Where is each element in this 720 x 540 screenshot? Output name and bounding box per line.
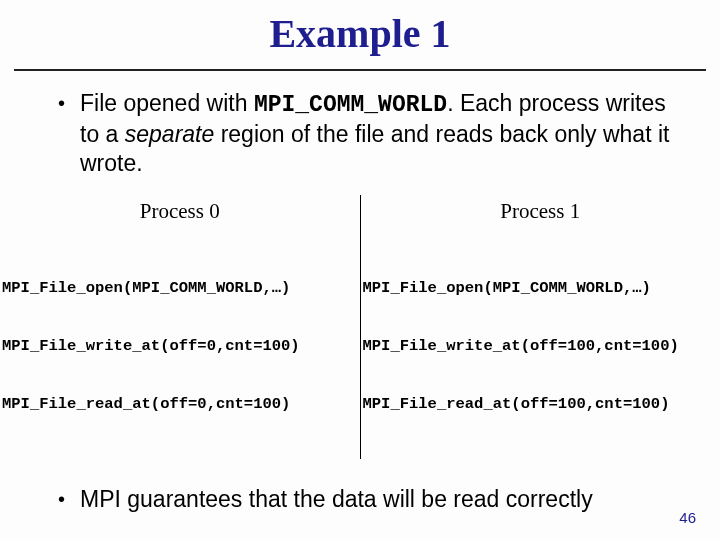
code-line: MPI_File_open(MPI_COMM_WORLD,…) — [363, 279, 719, 298]
bullet-block-2: • MPI guarantees that the data will be r… — [0, 485, 720, 514]
process-1-code: MPI_File_open(MPI_COMM_WORLD,…) MPI_File… — [363, 240, 719, 459]
bullet-1-code: MPI_COMM_WORLD — [254, 92, 447, 118]
bullet-1-text: File opened with MPI_COMM_WORLD. Each pr… — [80, 89, 678, 177]
bullet-1-italic: separate — [125, 121, 215, 147]
bullet-dot: • — [58, 89, 80, 177]
bullet-2-text: MPI guarantees that the data will be rea… — [80, 485, 593, 514]
code-line: MPI_File_write_at(off=0,cnt=100) — [2, 337, 358, 356]
code-line: MPI_File_open(MPI_COMM_WORLD,…) — [2, 279, 358, 298]
bullet-1-pre: File opened with — [80, 90, 254, 116]
code-line: MPI_File_read_at(off=0,cnt=100) — [2, 395, 358, 414]
code-line: MPI_File_read_at(off=100,cnt=100) — [363, 395, 719, 414]
page-number: 46 — [679, 509, 696, 526]
process-1-header: Process 1 — [363, 195, 719, 240]
process-0-header: Process 0 — [2, 195, 358, 240]
bullet-dot: • — [58, 485, 80, 514]
title-rule — [14, 69, 706, 71]
bullet-1: • File opened with MPI_COMM_WORLD. Each … — [58, 89, 678, 177]
slide-title: Example 1 — [0, 0, 720, 69]
code-line: MPI_File_write_at(off=100,cnt=100) — [363, 337, 719, 356]
process-table: Process 0 Process 1 MPI_File_open(MPI_CO… — [0, 195, 720, 459]
bullet-block-1: • File opened with MPI_COMM_WORLD. Each … — [0, 89, 720, 177]
process-0-code: MPI_File_open(MPI_COMM_WORLD,…) MPI_File… — [2, 240, 358, 459]
bullet-2: • MPI guarantees that the data will be r… — [58, 485, 678, 514]
